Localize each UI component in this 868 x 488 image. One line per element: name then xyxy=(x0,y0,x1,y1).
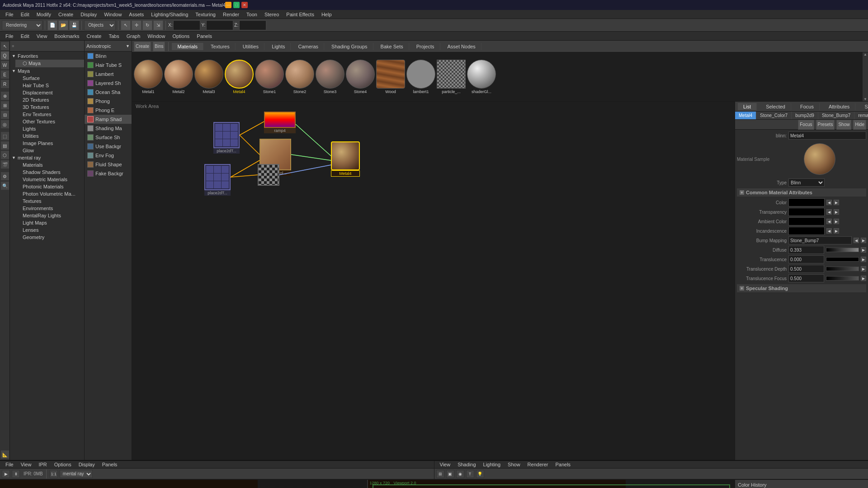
tree-item-mr-materials[interactable]: Materials xyxy=(15,161,84,169)
tab-utilities[interactable]: Utilities xyxy=(237,43,264,50)
tree-item-mr-lightmaps[interactable]: Light Maps xyxy=(15,219,84,226)
translfocus-input[interactable] xyxy=(788,274,824,282)
tab-assetnodes[interactable]: Asset Nodes xyxy=(442,43,481,50)
rvp-smooth[interactable]: ◉ xyxy=(456,470,464,478)
hs-menu-edit[interactable]: Edit xyxy=(17,33,33,40)
tree-item-othertex[interactable]: Other Textures xyxy=(15,118,84,125)
menu-lighting[interactable]: Lighting/Shading xyxy=(147,11,192,18)
hs-menu-tabs[interactable]: Tabs xyxy=(105,33,123,40)
menu-file[interactable]: File xyxy=(2,11,17,18)
common-material-collapse[interactable]: ▼ xyxy=(740,190,744,195)
toolbar-select[interactable]: ↖ xyxy=(121,20,131,30)
mat-metal2[interactable]: Metal2 xyxy=(164,60,193,94)
rvp-lights[interactable]: 💡 xyxy=(476,470,484,478)
mat-wood[interactable]: Wood xyxy=(376,60,405,94)
tool-5[interactable]: ⊕ xyxy=(0,91,9,100)
x-input[interactable] xyxy=(173,20,200,30)
rvp-panels[interactable]: Panels xyxy=(552,461,574,468)
ambient-swatch[interactable] xyxy=(788,217,825,225)
attr-tab-stone-bump[interactable]: Stone_Bump7 xyxy=(818,112,854,119)
attr-type-dropdown[interactable]: Blinn xyxy=(788,178,825,187)
shader-hairtube[interactable]: Hair Tube S xyxy=(85,61,132,70)
lvp-panels[interactable]: Panels xyxy=(99,461,121,468)
trans-connect2[interactable]: ▶ xyxy=(834,209,839,215)
lvp-view[interactable]: View xyxy=(17,461,35,468)
diffuse-input[interactable] xyxy=(788,246,824,254)
hs-menu-window[interactable]: Window xyxy=(144,33,169,40)
incandescence-swatch[interactable] xyxy=(788,227,825,235)
rvp-renderer[interactable]: Renderer xyxy=(524,461,552,468)
shader-ramp[interactable]: Ramp Shad xyxy=(85,115,132,124)
common-material-section[interactable]: ▼ Common Material Attributes xyxy=(737,188,866,197)
translucence-input[interactable] xyxy=(788,255,824,263)
mat-metal1[interactable]: Metal1 xyxy=(134,60,163,94)
tool-9[interactable]: ⬚ xyxy=(0,131,9,141)
shader-phonge[interactable]: Phong E xyxy=(85,106,132,115)
attr-focus-btn[interactable]: Focus xyxy=(798,120,814,130)
tree-item-hairtube[interactable]: Hair Tube S xyxy=(15,82,84,89)
transldepth-slider[interactable] xyxy=(826,267,859,271)
bump-connect[interactable]: ◀ xyxy=(854,238,859,243)
menu-window[interactable]: Window xyxy=(100,11,125,18)
hs-menu-graph[interactable]: Graph xyxy=(123,33,144,40)
translfocus-slider[interactable] xyxy=(826,276,859,281)
menu-create[interactable]: Create xyxy=(55,11,77,18)
tab-shadinggroups[interactable]: Shading Groups xyxy=(326,43,373,50)
tree-category-favorites[interactable]: ▼ Favorites xyxy=(10,52,84,60)
translucence-connect[interactable]: ▶ xyxy=(861,257,866,262)
tree-item-mr-shadow[interactable]: Shadow Shaders xyxy=(15,169,84,176)
tool-7[interactable]: ⊟ xyxy=(0,110,9,119)
tool-8[interactable]: ◎ xyxy=(0,120,9,129)
menu-edit[interactable]: Edit xyxy=(17,11,33,18)
attr-tab-bump2d[interactable]: bump2d9 xyxy=(792,112,818,119)
trans-connect[interactable]: ◀ xyxy=(826,209,832,215)
close-button[interactable]: ✕ xyxy=(241,2,248,8)
rvp-perspective[interactable]: ⊞ xyxy=(436,470,444,478)
incan-connect[interactable]: ◀ xyxy=(826,228,832,234)
specular-section[interactable]: ▼ Specular Shading xyxy=(737,284,866,292)
node-ramp4[interactable]: ramp4 xyxy=(264,112,296,133)
tree-item-imageplanes[interactable]: Image Planes xyxy=(15,140,84,147)
rvp-lighting[interactable]: Lighting xyxy=(480,461,505,468)
tree-item-utilities[interactable]: Utilities xyxy=(15,132,84,140)
rvp-wireframe[interactable]: ▣ xyxy=(446,470,454,478)
color-connect[interactable]: ◀ xyxy=(826,200,832,205)
attr-show-btn[interactable]: Show xyxy=(836,120,851,130)
attr-tab-metal4[interactable]: Metal4 xyxy=(735,112,756,119)
tool-11[interactable]: ⬡ xyxy=(0,150,9,160)
scroll-down-icon[interactable]: ▼ xyxy=(863,97,868,101)
shader-envfog[interactable]: Env Fog xyxy=(85,151,132,160)
mat-stone3[interactable]: Stone3 xyxy=(316,60,344,94)
lvp-renderer-select[interactable]: mental ray xyxy=(60,470,93,478)
mat-metal4[interactable]: Metal4 xyxy=(225,60,254,94)
hs-create-btn[interactable]: Create xyxy=(134,42,151,52)
y-input[interactable] xyxy=(206,20,233,30)
tab-cameras[interactable]: Cameras xyxy=(292,43,324,50)
mat-lambert1[interactable]: lambert1 xyxy=(406,60,435,94)
shader-oceansha[interactable]: Ocean Sha xyxy=(85,88,132,97)
attr-header-selected[interactable]: Selected xyxy=(760,103,791,110)
hs-bins-btn[interactable]: Bins xyxy=(153,42,165,52)
tool-4[interactable]: R xyxy=(0,80,9,89)
tree-item-lights[interactable]: Lights xyxy=(15,125,84,132)
hs-menu-create[interactable]: Create xyxy=(83,33,105,40)
shader-phong[interactable]: Phong xyxy=(85,97,132,106)
attr-header-focus[interactable]: Focus xyxy=(795,103,820,110)
shader-layered[interactable]: Layered Sh xyxy=(85,79,132,88)
toolbar-objects-dropdown[interactable]: Objects xyxy=(84,20,116,30)
bump-input[interactable] xyxy=(788,236,852,244)
tool-bottom[interactable]: 📐 xyxy=(0,450,9,459)
menu-toon[interactable]: Toon xyxy=(243,11,261,18)
toolbar-open[interactable]: 📂 xyxy=(58,20,68,30)
tool-1[interactable]: Q xyxy=(0,51,9,60)
lvp-play[interactable]: ▶ xyxy=(2,470,10,478)
rvp-view[interactable]: View xyxy=(436,461,454,468)
menu-help[interactable]: Help xyxy=(318,11,335,18)
tool-10[interactable]: ▤ xyxy=(0,141,9,150)
tool-6[interactable]: ⊞ xyxy=(0,101,9,110)
tab-projects[interactable]: Projects xyxy=(411,43,440,50)
tab-materials[interactable]: Materials xyxy=(172,43,203,50)
hs-menu-bookmarks[interactable]: Bookmarks xyxy=(51,33,83,40)
tool-select[interactable]: ↖ xyxy=(0,42,9,51)
ambient-connect[interactable]: ◀ xyxy=(826,219,832,224)
